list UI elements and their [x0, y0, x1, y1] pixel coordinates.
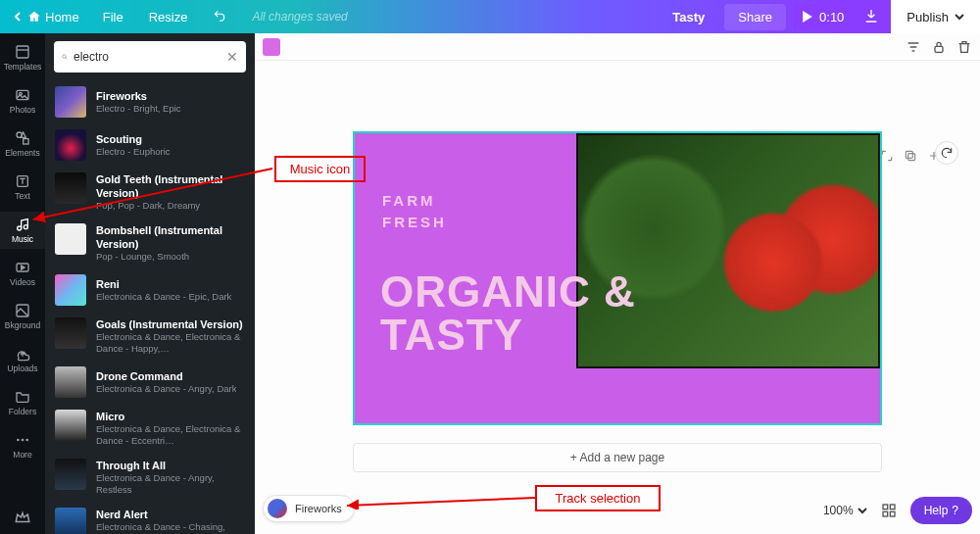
music-panel: ✕ FireworksElectro - Bright, Epic Scouti… — [45, 33, 255, 534]
share-button[interactable]: Share — [724, 4, 786, 30]
top-left: Home File Resize All changes saved — [0, 5, 348, 29]
track-subtitle: Pop - Lounge, Smooth — [96, 251, 245, 263]
track-subtitle: Electro - Bright, Epic — [96, 103, 181, 115]
track-item[interactable]: Bombshell (Instrumental Version)Pop - Lo… — [45, 218, 255, 268]
rail-elements[interactable]: Elements — [0, 125, 45, 163]
rail-label: Videos — [10, 277, 35, 287]
chip-thumbnail — [268, 499, 287, 518]
track-title: Scouting — [96, 132, 171, 146]
track-subtitle: Electronica & Dance, Electronica & Dance… — [96, 423, 245, 447]
rail-uploads[interactable]: Uploads — [0, 341, 45, 378]
track-thumbnail — [55, 223, 86, 255]
track-item[interactable]: Gold Teeth (Instrumental Version)Pop, Po… — [45, 167, 255, 218]
home-icon — [27, 10, 41, 24]
filter-icon[interactable] — [906, 39, 921, 55]
rail-background[interactable]: Bkground — [0, 298, 45, 335]
svg-rect-4 — [24, 139, 28, 144]
rail-label: Folders — [9, 407, 36, 416]
file-menu[interactable]: File — [93, 6, 133, 28]
track-subtitle: Electronica & Dance, Electronica & Dance… — [96, 331, 245, 355]
clear-search-button[interactable]: ✕ — [226, 49, 238, 65]
resize-menu[interactable]: Resize — [139, 6, 198, 28]
save-status: All changes saved — [252, 10, 347, 24]
lock-icon[interactable] — [931, 39, 947, 55]
rail-folders[interactable]: Folders — [0, 384, 45, 421]
home-button[interactable]: Home — [6, 6, 87, 28]
rail-label: Bkground — [5, 320, 40, 330]
elements-icon — [15, 130, 30, 146]
svg-rect-20 — [890, 511, 895, 516]
svg-rect-15 — [908, 154, 915, 161]
text-organic-tasty[interactable]: ORGANIC &TASTY — [380, 270, 636, 357]
zoom-control[interactable]: 100% — [823, 504, 867, 517]
track-subtitle: Electronica & Dance - Chasing, Happy — [96, 521, 245, 534]
rail-videos[interactable]: Videos — [0, 255, 45, 292]
track-item[interactable]: Goals (Instrumental Version)Electronica … — [45, 312, 255, 361]
svg-point-10 — [17, 439, 20, 442]
trash-icon[interactable] — [956, 39, 972, 55]
download-button[interactable] — [854, 2, 889, 32]
track-thumbnail — [55, 366, 86, 398]
track-thumbnail — [55, 274, 86, 306]
track-title: Drone Command — [96, 369, 236, 383]
track-thumbnail — [55, 459, 86, 490]
rail-templates[interactable]: Templates — [0, 39, 45, 76]
rail-label: Music — [12, 234, 33, 244]
track-list[interactable]: FireworksElectro - Bright, Epic Scouting… — [45, 80, 255, 534]
help-button[interactable]: Help ? — [910, 497, 972, 524]
rail-music[interactable]: Music — [0, 212, 45, 249]
rail-photos[interactable]: Photos — [0, 82, 45, 120]
search-input[interactable] — [74, 50, 220, 64]
publish-button[interactable]: Publish — [891, 0, 980, 33]
refresh-icon — [940, 146, 954, 160]
track-thumbnail — [55, 317, 86, 349]
rail-premium[interactable] — [0, 501, 45, 534]
track-item[interactable]: Drone CommandElectronica & Dance - Angry… — [45, 361, 255, 404]
track-title: Gold Teeth (Instrumental Version) — [96, 172, 245, 200]
rail-label: Text — [15, 191, 30, 201]
add-page-button[interactable]: + Add a new page — [353, 443, 882, 472]
svg-rect-19 — [883, 511, 888, 516]
track-item[interactable]: FireworksElectro - Bright, Epic — [45, 80, 255, 123]
photos-icon — [15, 87, 30, 103]
question-icon: ? — [952, 504, 958, 517]
track-subtitle: Pop, Pop - Dark, Dreamy — [96, 200, 245, 212]
track-item[interactable]: Through It AllElectronica & Dance - Angr… — [45, 453, 255, 502]
track-thumbnail — [55, 129, 86, 161]
grid-view-button[interactable] — [877, 499, 901, 522]
rail-more[interactable]: More — [0, 427, 45, 464]
rail-label: Templates — [4, 62, 42, 72]
rail-text[interactable]: Text — [0, 169, 45, 206]
track-thumbnail — [55, 172, 86, 204]
play-button[interactable]: 0:10 — [794, 4, 852, 30]
rail-label: More — [13, 450, 31, 460]
canvas-area: FARMFRESH ORGANIC &TASTY + Add a new pag… — [255, 33, 980, 534]
top-bar: Home File Resize All changes saved Tasty… — [0, 0, 980, 33]
chevron-down-icon — [858, 506, 867, 515]
undo-button[interactable] — [203, 5, 236, 29]
svg-rect-17 — [883, 505, 888, 510]
music-icon — [15, 217, 30, 232]
project-name[interactable]: Tasty — [661, 4, 716, 30]
design-canvas[interactable]: FARMFRESH ORGANIC &TASTY — [353, 131, 882, 425]
refresh-button[interactable] — [935, 141, 958, 165]
color-swatch[interactable] — [263, 38, 280, 56]
expand-icon[interactable] — [880, 149, 894, 163]
bottom-controls: 100% Help ? — [823, 497, 972, 524]
track-item[interactable]: ReniElectronica & Dance - Epic, Dark — [45, 268, 255, 312]
track-title: Goals (Instrumental Version) — [96, 317, 245, 331]
svg-point-12 — [25, 439, 28, 442]
track-item[interactable]: MicroElectronica & Dance, Electronica & … — [45, 404, 255, 453]
track-item[interactable]: Nerd AlertElectronica & Dance - Chasing,… — [45, 502, 255, 534]
grid-icon — [881, 503, 897, 518]
crown-icon — [14, 509, 31, 526]
chevron-down-icon — [955, 12, 964, 22]
search-box[interactable]: ✕ — [54, 41, 246, 73]
text-icon — [15, 173, 30, 189]
track-item[interactable]: ScoutingElectro - Euphoric — [45, 123, 255, 167]
text-farm-fresh[interactable]: FARMFRESH — [382, 190, 447, 233]
duplicate-icon[interactable] — [904, 149, 917, 163]
templates-icon — [15, 44, 30, 60]
uploads-icon — [15, 346, 30, 362]
selected-track-chip[interactable]: Fireworks — [263, 495, 355, 522]
